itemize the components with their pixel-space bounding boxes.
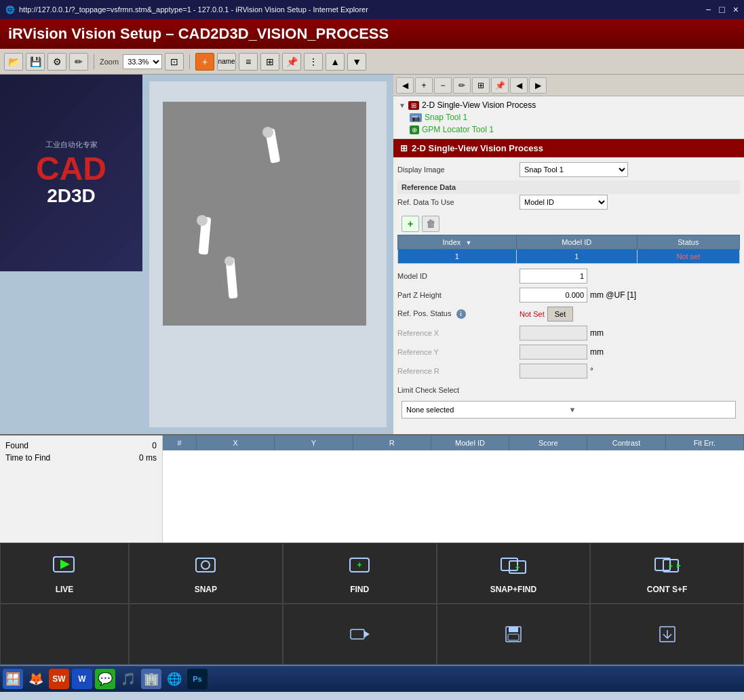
taskbar-firefox[interactable]: 🦊 <box>26 669 46 689</box>
col-r: R <box>353 435 431 450</box>
ref-data-to-use-select[interactable]: Model ID <box>520 195 608 210</box>
tree-collapse-btn[interactable]: ◀ <box>396 77 414 94</box>
none-selected-dropdown[interactable]: None selected ▼ <box>402 401 736 419</box>
action-row-2 <box>0 604 744 665</box>
pin-button[interactable]: 📌 <box>282 53 301 71</box>
snap-button[interactable]: SNAP <box>129 543 283 604</box>
tree-btn-2[interactable]: + <box>415 77 433 94</box>
ref-y-input[interactable] <box>520 345 587 359</box>
time-label: Time to Find <box>5 453 50 463</box>
bottom-results: Found 0 Time to Find 0 ms # X Y R Model … <box>0 434 744 543</box>
process-icon: ⊞ <box>408 101 419 110</box>
maximize-button[interactable]: □ <box>719 4 724 15</box>
zoom-select[interactable]: 33.3% <box>123 54 162 69</box>
tree-toolbar: ◀ + − ✏ ⊞ 📌 ◀ ▶ <box>393 75 744 96</box>
props-header-icon: ⊞ <box>400 143 408 153</box>
tree-btn-7[interactable]: ◀ <box>510 77 528 94</box>
save-result-button[interactable] <box>437 604 591 665</box>
list-button[interactable]: ≡ <box>239 53 258 71</box>
export-button[interactable] <box>590 604 744 665</box>
find-svg: + <box>347 553 372 577</box>
tree-item-gpm[interactable]: ⊕ GPM Locator Tool 1 <box>396 123 741 136</box>
find-button[interactable]: + FIND <box>283 543 437 604</box>
tree-item-snap[interactable]: 📷 Snap Tool 1 <box>396 111 741 123</box>
table-add-btn[interactable]: + <box>402 216 419 232</box>
table-delete-btn[interactable]: 🗑 <box>422 216 439 232</box>
config-button[interactable]: ⊞ <box>260 53 279 71</box>
app-title-bar: iRVision Vision Setup – CAD2D3D_VISION_P… <box>0 19 744 49</box>
cont-sf-icon: + <box>654 553 681 582</box>
ref-data-to-use-row: Ref. Data To Use Model ID <box>397 194 740 210</box>
cad-main-text: CAD <box>36 153 106 185</box>
live-label: LIVE <box>56 585 74 594</box>
main-toolbar: 📂 💾 ⚙ ✏ Zoom 33.3% ⊡ + name ≡ ⊞ 📌 ⋮ ▲ ▼ <box>0 49 744 75</box>
part-z-height-unit: mm @UF [1] <box>590 290 636 300</box>
part-z-height-value: mm @UF [1] <box>520 288 740 303</box>
snap-label: SNAP <box>195 585 217 594</box>
action-row-1: LIVE SNAP + FIND <box>0 543 744 604</box>
taskbar-wechat[interactable]: 💬 <box>95 669 115 689</box>
taskbar-word[interactable]: W <box>72 669 92 689</box>
taskbar-corp[interactable]: 🏢 <box>141 669 161 689</box>
cell-index: 1 <box>398 250 517 264</box>
cont-sf-button[interactable]: + CONT S+F <box>590 543 744 604</box>
ref-x-unit: mm <box>590 328 604 338</box>
tree-btn-6[interactable]: 📌 <box>491 77 509 94</box>
col-y: Y <box>275 435 353 450</box>
cont-sf-label: CONT S+F <box>647 585 688 594</box>
extra-btn-1[interactable] <box>0 604 129 665</box>
ref-pos-status-text: Not Set <box>520 310 545 318</box>
tree-btn-8[interactable]: ▶ <box>529 77 547 94</box>
name-button[interactable]: name <box>217 53 236 71</box>
ref-x-value: mm <box>520 326 740 341</box>
snap-find-button[interactable]: + SNAP+FIND <box>437 543 591 604</box>
minimize-button[interactable]: − <box>705 4 711 15</box>
taskbar-solidworks[interactable]: SW <box>49 669 69 689</box>
properties-panel: ⊞ 2-D Single-View Vision Process Display… <box>393 139 744 434</box>
part-z-height-input[interactable] <box>520 288 587 303</box>
live-button[interactable]: LIVE <box>0 543 129 604</box>
ref-r-input[interactable] <box>520 364 587 378</box>
set-button[interactable]: Set <box>547 307 574 322</box>
pen-button[interactable]: ✏ <box>69 53 88 71</box>
close-button[interactable]: × <box>733 4 739 15</box>
model-id-input[interactable] <box>520 269 587 284</box>
tree-btn-3[interactable]: − <box>434 77 452 94</box>
display-image-select[interactable]: Snap Tool 1 <box>520 162 628 177</box>
play-record-button[interactable] <box>283 604 437 665</box>
extra-btn-2[interactable] <box>129 604 283 665</box>
col-model-id: Model ID <box>431 435 509 450</box>
add-button[interactable]: + <box>195 53 214 71</box>
found-label: Found <box>5 441 28 450</box>
taskbar-photoshop[interactable]: Ps <box>187 669 208 689</box>
tree-btn-4[interactable]: ✏ <box>453 77 471 94</box>
tree-item-process[interactable]: ▼ ⊞ 2-D Single-View Vision Process <box>396 99 741 111</box>
ref-data-section: Reference Data <box>397 180 740 194</box>
ref-x-row: Reference X mm <box>397 325 740 341</box>
part-z-height-label: Part Z Height <box>397 291 520 299</box>
col-status[interactable]: Status <box>637 235 739 250</box>
live-icon <box>51 553 78 582</box>
lines-button[interactable]: ⋮ <box>304 53 323 71</box>
results-table-header: # X Y R Model ID Score Contrast Fit Err. <box>163 435 744 450</box>
taskbar-start[interactable]: 🪟 <box>3 669 23 689</box>
col-index[interactable]: Index ▼ <box>398 235 517 250</box>
ref-x-input[interactable] <box>520 326 587 341</box>
down-button[interactable]: ▼ <box>347 53 366 71</box>
fit-button[interactable]: ⊡ <box>165 53 184 71</box>
ref-pos-info-icon[interactable]: i <box>456 309 466 319</box>
taskbar-music[interactable]: 🎵 <box>118 669 138 689</box>
display-image-row: Display Image Snap Tool 1 <box>397 161 740 178</box>
snap-find-icon: + <box>500 553 527 582</box>
settings-button[interactable]: ⚙ <box>47 53 66 71</box>
col-model-id[interactable]: Model ID <box>516 235 637 250</box>
up-button[interactable]: ▲ <box>326 53 345 71</box>
table-row[interactable]: 1 1 Not set <box>398 250 740 264</box>
tree-btn-5[interactable]: ⊞ <box>472 77 490 94</box>
open-button[interactable]: 📂 <box>4 53 23 71</box>
save-button[interactable]: 💾 <box>26 53 45 71</box>
svg-marker-7 <box>60 560 70 569</box>
svg-rect-19 <box>351 629 364 639</box>
taskbar-ie[interactable]: 🌐 <box>164 669 184 689</box>
export-svg <box>658 625 677 644</box>
